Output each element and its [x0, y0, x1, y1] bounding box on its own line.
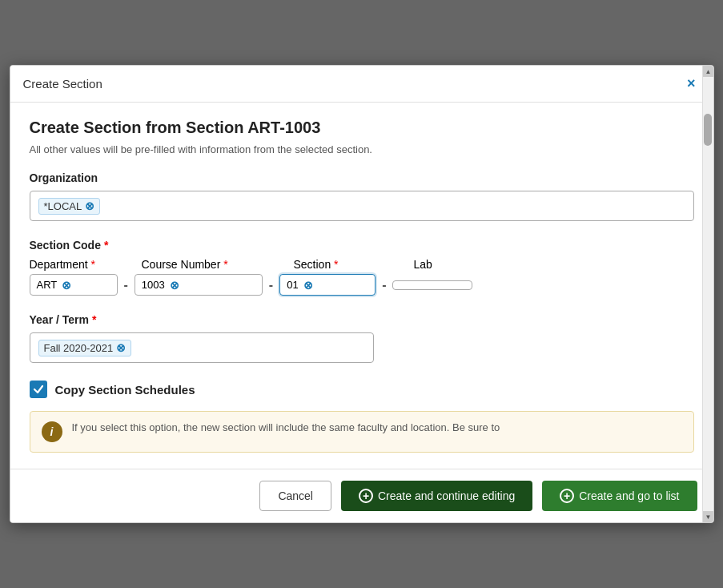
section-code-field: Section Code* Department * Course Number… — [30, 239, 694, 296]
year-term-field: Year / Term* Fall 2020-2021 ⊗ — [30, 313, 694, 363]
plus-icon-2: + — [560, 489, 574, 503]
copy-section-checkbox[interactable] — [30, 381, 47, 398]
year-term-clear[interactable]: ⊗ — [116, 342, 126, 353]
info-icon: i — [42, 421, 62, 442]
copy-section-label: Copy Section Schedules — [55, 383, 195, 397]
plus-icon: + — [359, 489, 373, 503]
organization-tag: *LOCAL ⊗ — [38, 198, 101, 215]
lab-input[interactable] — [392, 280, 472, 290]
cancel-button[interactable]: Cancel — [259, 481, 331, 511]
scrollbar-down[interactable]: ▼ — [703, 511, 714, 522]
close-button[interactable]: × — [682, 74, 701, 94]
organization-input[interactable]: *LOCAL ⊗ — [30, 191, 694, 221]
modal-subtext: All other values will be pre-filled with… — [30, 143, 694, 155]
year-term-input[interactable]: Fall 2020-2021 ⊗ — [30, 332, 374, 363]
section-sub-label: Section * — [294, 258, 398, 271]
modal-title-bar: Create Section × — [10, 66, 713, 103]
create-section-modal: Create Section × Create Section from Sec… — [10, 65, 714, 523]
create-list-button[interactable]: + Create and go to list — [542, 481, 697, 511]
modal-footer: Cancel + Create and continue editing + C… — [10, 469, 713, 522]
modal-title: Create Section — [23, 77, 102, 91]
year-term-value: Fall 2020-2021 — [44, 342, 114, 354]
sub-labels-row: Department * Course Number * Section * L… — [30, 258, 694, 271]
section-code-row: ART ⊗ - 1003 ⊗ - 01 ⊗ - — [30, 274, 694, 296]
section-value: 01 — [287, 279, 298, 291]
create-continue-label: Create and continue editing — [378, 489, 515, 502]
course-number-input[interactable]: 1003 ⊗ — [135, 274, 263, 296]
organization-field: Organization *LOCAL ⊗ — [30, 171, 694, 221]
separator-2: - — [263, 278, 279, 292]
section-code-required: * — [104, 239, 108, 252]
dept-clear[interactable]: ⊗ — [62, 280, 71, 291]
dept-sub-label: Department * — [30, 258, 126, 271]
organization-tag-remove[interactable]: ⊗ — [85, 200, 94, 211]
separator-3: - — [376, 278, 392, 292]
course-value: 1003 — [142, 279, 165, 291]
scrollbar-thumb[interactable] — [704, 114, 712, 146]
scrollbar-track: ▲ ▼ — [702, 66, 713, 522]
info-text: If you select this option, the new secti… — [72, 421, 500, 433]
create-continue-button[interactable]: + Create and continue editing — [341, 481, 532, 511]
info-box: i If you select this option, the new sec… — [30, 411, 694, 453]
copy-section-row: Copy Section Schedules — [30, 381, 694, 398]
year-term-tag: Fall 2020-2021 ⊗ — [38, 340, 132, 356]
section-code-label: Section Code* — [30, 239, 694, 252]
course-clear[interactable]: ⊗ — [170, 280, 179, 291]
organization-label: Organization — [30, 171, 694, 184]
dept-value: ART — [37, 279, 58, 291]
course-sub-label: Course Number * — [142, 258, 278, 271]
year-term-label: Year / Term* — [30, 313, 694, 326]
organization-tag-value: *LOCAL — [44, 200, 82, 212]
modal-heading: Create Section from Section ART-1003 — [30, 119, 694, 137]
create-list-label: Create and go to list — [579, 489, 679, 502]
section-clear[interactable]: ⊗ — [303, 280, 313, 291]
lab-sub-label: Lab — [414, 258, 494, 271]
modal-body: Create Section from Section ART-1003 All… — [10, 103, 713, 469]
department-input[interactable]: ART ⊗ — [30, 274, 118, 296]
separator-1: - — [118, 278, 135, 292]
section-input[interactable]: 01 ⊗ — [279, 274, 376, 296]
scrollbar-up[interactable]: ▲ — [703, 66, 714, 77]
